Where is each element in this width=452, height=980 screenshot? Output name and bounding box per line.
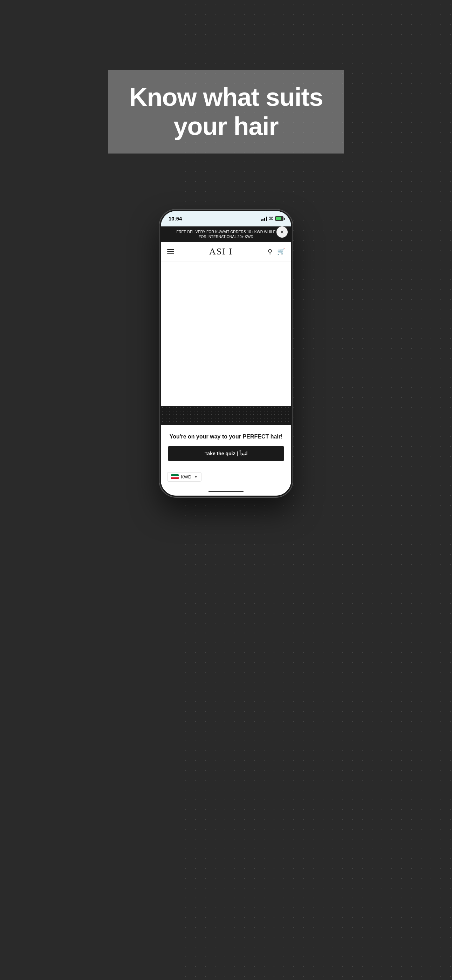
- close-button[interactable]: ×: [277, 226, 288, 238]
- quiz-tagline: You're on your way to your PERFECT hair!: [168, 433, 284, 441]
- currency-selector[interactable]: KWD ▼: [167, 472, 202, 482]
- signal-icon: [261, 216, 267, 221]
- close-button-area[interactable]: ×: [277, 226, 288, 238]
- cart-icon[interactable]: 🛒: [277, 248, 285, 256]
- quiz-button[interactable]: Take the quiz | لنبدأ: [168, 446, 284, 461]
- hero-title: Know what suits your hair: [129, 83, 323, 141]
- dark-dots-section: [161, 406, 291, 425]
- app-navbar: ASI I ⚲ 🛒: [161, 242, 291, 261]
- wifi-icon: ⌘: [269, 216, 273, 221]
- phone-content: You're on your way to your PERFECT hair!…: [161, 261, 291, 488]
- hero-text-box: Know what suits your hair: [108, 70, 344, 154]
- search-icon[interactable]: ⚲: [268, 248, 272, 256]
- status-time: 10:54: [169, 216, 182, 221]
- delivery-banner: FREE DELIVERY FOR KUWAIT ORDERS 10+ KWD …: [161, 226, 291, 242]
- home-bar: [208, 491, 244, 492]
- status-bar: 10:54 ⌘: [161, 211, 291, 226]
- kuwait-flag-icon: [171, 474, 179, 479]
- battery-icon: [275, 216, 283, 221]
- phone-frame: 10:54 ⌘ × FREE DELIVERY FOR KUWAIT ORDER…: [159, 210, 293, 497]
- phone-inner: 10:54 ⌘ × FREE DELIVERY FOR KUWAIT ORDER…: [161, 211, 291, 496]
- quiz-section: You're on your way to your PERFECT hair!…: [161, 425, 291, 468]
- nav-icons: ⚲ 🛒: [268, 248, 285, 256]
- status-icons: ⌘: [261, 216, 283, 221]
- hero-image-area: [161, 261, 291, 406]
- phone-section: 10:54 ⌘ × FREE DELIVERY FOR KUWAIT ORDER…: [0, 210, 452, 567]
- chevron-down-icon: ▼: [194, 475, 197, 479]
- home-indicator: [161, 488, 291, 496]
- currency-bar: KWD ▼: [161, 468, 291, 488]
- app-logo: ASI I: [209, 247, 232, 257]
- hamburger-icon[interactable]: [167, 249, 174, 254]
- currency-code: KWD: [181, 474, 191, 479]
- hero-section: Know what suits your hair: [0, 0, 452, 154]
